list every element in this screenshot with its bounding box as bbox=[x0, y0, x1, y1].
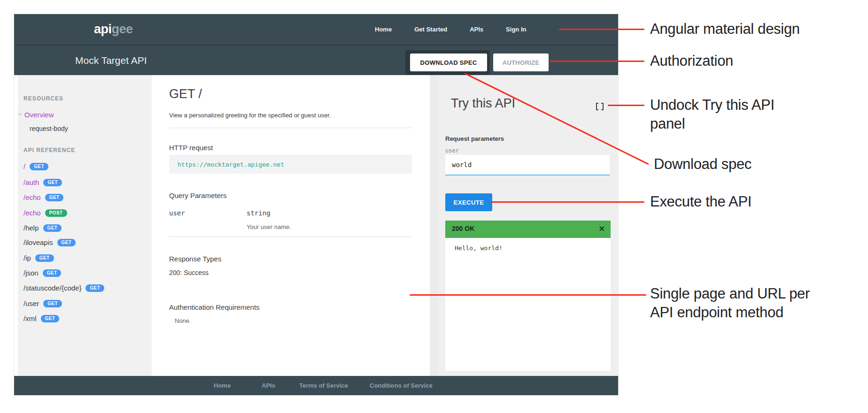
annotation-undock-line1: Undock Try this API bbox=[650, 97, 775, 114]
footer-link-conditions[interactable]: Conditions of Service bbox=[370, 382, 433, 389]
resources-heading: RESOURCES bbox=[23, 95, 63, 102]
annotation-execute-api: Execute the API bbox=[650, 193, 752, 210]
close-response-icon[interactable]: ✕ bbox=[599, 224, 605, 233]
execute-button[interactable]: EXECUTE bbox=[445, 193, 492, 211]
sidebar-endpoint-row: /helpGET bbox=[23, 224, 62, 232]
user-field-label: user bbox=[445, 147, 459, 154]
divider bbox=[169, 237, 412, 237]
sidebar-endpoint-row: /GET bbox=[23, 162, 48, 171]
download-spec-button[interactable]: DOWNLOAD SPEC bbox=[410, 54, 487, 71]
column-divider bbox=[430, 75, 438, 376]
user-field-input[interactable] bbox=[445, 155, 610, 176]
sidebar-endpoint-row: /iloveapisGET bbox=[23, 238, 76, 247]
api-reference-heading: API REFERENCE bbox=[23, 147, 75, 153]
endpoint-link[interactable]: /xml bbox=[23, 314, 37, 322]
method-badge-get: GET bbox=[43, 269, 62, 277]
endpoint-link[interactable]: /help bbox=[23, 224, 39, 232]
param-description: Your user name. bbox=[247, 223, 291, 230]
annotation-undock-line2: panel bbox=[650, 115, 685, 132]
authorize-button[interactable]: AUTHORIZE bbox=[493, 54, 549, 71]
method-badge-get: GET bbox=[43, 300, 62, 307]
annotation-authorization: Authorization bbox=[650, 53, 733, 69]
annotation-line-execute bbox=[491, 201, 644, 203]
divider bbox=[169, 128, 412, 128]
response-status-bar: 200 OK ✕ bbox=[445, 221, 611, 238]
endpoint-link[interactable]: /echo bbox=[23, 193, 41, 201]
endpoint-link[interactable]: /ip bbox=[23, 254, 31, 262]
endpoint-link[interactable]: /auth bbox=[23, 178, 39, 186]
sidebar-endpoint-row: /echoGET bbox=[23, 193, 63, 202]
http-request-url-block: https://mocktarget.apigee.net bbox=[169, 155, 412, 174]
footer-bar: Home APIs Terms of Service Conditions of… bbox=[14, 376, 618, 395]
endpoint-link[interactable]: /iloveapis bbox=[23, 238, 53, 246]
method-badge-get: GET bbox=[45, 194, 64, 201]
apigee-logo[interactable]: apigee bbox=[94, 14, 133, 45]
sidebar-item-overview[interactable]: Overview bbox=[24, 111, 54, 119]
top-navbar: apigee Home Get Started APIs Sign In bbox=[14, 14, 618, 45]
param-type: string bbox=[247, 209, 271, 217]
nav-item-sign-in[interactable]: Sign In bbox=[506, 26, 526, 33]
footer-link-apis[interactable]: APIs bbox=[262, 382, 275, 389]
method-badge-get: GET bbox=[43, 224, 62, 232]
endpoint-link[interactable]: /user bbox=[23, 299, 39, 307]
annotation-download-spec: Download spec bbox=[654, 156, 752, 173]
api-header-bar: Mock Target API DOWNLOAD SPEC AUTHORIZE bbox=[14, 45, 618, 75]
footer-link-terms[interactable]: Terms of Service bbox=[299, 382, 348, 389]
http-request-heading: HTTP request bbox=[169, 144, 213, 152]
nav-item-apis[interactable]: APIs bbox=[470, 26, 483, 33]
endpoint-link[interactable]: / bbox=[23, 162, 25, 170]
sidebar-endpoint-row: /echoPOST bbox=[23, 209, 67, 217]
api-title: Mock Target API bbox=[75, 46, 147, 75]
method-badge-get: GET bbox=[43, 179, 62, 186]
response-status-text: 200 OK bbox=[452, 225, 474, 232]
sidebar-endpoint-row: /authGET bbox=[23, 178, 62, 187]
method-description: View a personalized greeting for the spe… bbox=[169, 112, 331, 119]
method-badge-get: GET bbox=[41, 315, 60, 322]
response-types-heading: Response Types bbox=[169, 255, 221, 263]
footer-link-home[interactable]: Home bbox=[214, 382, 231, 389]
response-type-value: 200: Success bbox=[169, 269, 209, 276]
annotation-single-page-line1: Single page and URL per bbox=[650, 285, 810, 302]
undock-panel-icon[interactable] bbox=[596, 102, 604, 111]
request-parameters-label: Request parameters bbox=[445, 135, 504, 142]
endpoint-link[interactable]: /echo bbox=[23, 209, 41, 217]
response-body-text: Hello, world! bbox=[455, 245, 503, 252]
logo-text-gee: gee bbox=[112, 22, 133, 36]
endpoint-link[interactable]: /statuscode/{code} bbox=[23, 284, 81, 292]
annotation-angular-material: Angular material design bbox=[650, 21, 800, 38]
method-badge-get: GET bbox=[35, 254, 54, 262]
navbar-links: Home Get Started APIs Sign In bbox=[375, 14, 526, 45]
endpoint-link[interactable]: /json bbox=[23, 269, 39, 277]
query-parameters-heading: Query Parameters bbox=[169, 191, 227, 199]
annotation-single-page-line2: API endpoint method bbox=[650, 304, 783, 321]
annotation-line-angular bbox=[559, 29, 644, 30]
apigee-portal-window: apigee Home Get Started APIs Sign In Moc… bbox=[14, 14, 618, 395]
sidebar-endpoint-row: /userGET bbox=[23, 299, 62, 308]
method-badge-get: GET bbox=[30, 163, 48, 170]
sidebar-endpoint-row: /ipGET bbox=[23, 254, 54, 262]
auth-requirements-value: None. bbox=[175, 317, 191, 324]
sidebar-endpoint-row: /statuscode/{code}GET bbox=[23, 284, 104, 292]
page: apigee Home Get Started APIs Sign In Moc… bbox=[0, 0, 868, 413]
response-body-box: Hello, world! bbox=[445, 238, 611, 371]
method-badge-get: GET bbox=[57, 239, 76, 246]
nav-item-home[interactable]: Home bbox=[375, 26, 392, 33]
sidebar-endpoint-row: /jsonGET bbox=[23, 269, 61, 277]
method-page-title: GET / bbox=[169, 87, 202, 101]
sidebar-endpoint-row: /xmlGET bbox=[23, 314, 59, 323]
param-name: user bbox=[169, 209, 185, 217]
auth-requirements-heading: Authentication Requirements bbox=[169, 303, 260, 311]
overview-collapse-caret[interactable]: ⌄ bbox=[18, 110, 23, 116]
sidebar-item-request-body[interactable]: request-body bbox=[30, 125, 68, 132]
method-badge-post: POST bbox=[45, 209, 67, 217]
annotation-line-single-page bbox=[410, 294, 646, 296]
nav-item-get-started[interactable]: Get Started bbox=[414, 26, 447, 33]
annotation-line-undock bbox=[608, 105, 644, 106]
http-request-url: https://mocktarget.apigee.net bbox=[178, 161, 284, 168]
annotation-line-authorization bbox=[550, 61, 644, 62]
logo-text-api: api bbox=[94, 22, 112, 36]
method-badge-get: GET bbox=[85, 284, 104, 292]
try-panel-title: Try this API bbox=[451, 96, 515, 111]
